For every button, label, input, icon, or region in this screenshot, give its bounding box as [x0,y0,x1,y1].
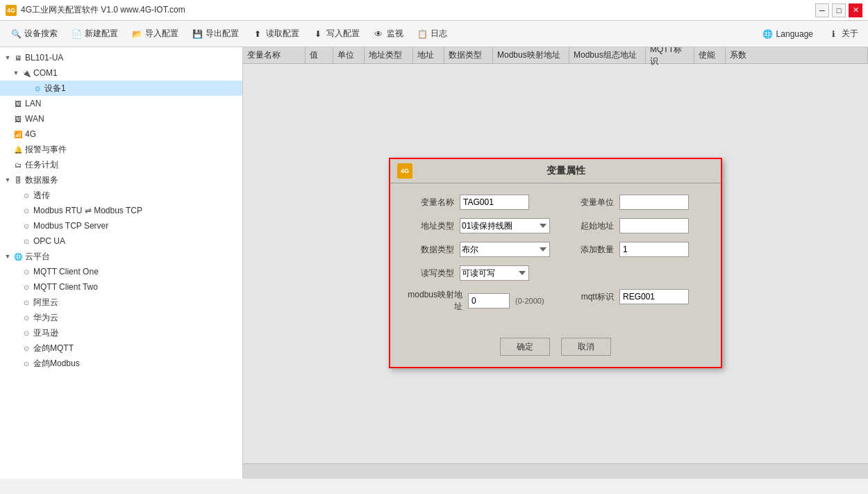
modbus-range-hint: (0-2000) [515,297,544,305]
sidebar-item-bl101ua[interactable]: ▼ 🖥 BL101-UA [0,50,242,65]
sidebar-item-4g[interactable]: 📶 4G [0,126,242,142]
add-count-label: 添加数量 [564,244,614,256]
sidebar: ▼ 🖥 BL101-UA ▼ 🔌 COM1 ⊙ 设备1 🖼 LAN 🖼 WAN [0,47,243,479]
expand-spacer-hw [11,313,21,322]
write-config-button[interactable]: ⬇ 写入配置 [306,24,365,44]
sidebar-item-huawei[interactable]: ⊙ 华为云 [0,310,242,325]
sidebar-item-datasvc[interactable]: ▼ 🗄 数据服务 [0,172,242,188]
var-unit-row: 变量单位 [564,195,707,210]
close-button[interactable]: ✕ [849,3,862,17]
4g-icon: 📶 [12,129,24,140]
log-button[interactable]: 📋 日志 [410,24,453,44]
about-button[interactable]: ℹ 关于 [821,24,864,44]
expand-spacer-alarm [3,145,12,154]
expand-spacer-mt [11,221,21,231]
alarm-icon: 🔔 [12,144,24,155]
modbus-addr-input[interactable] [468,293,510,308]
data-type-select[interactable]: 布尔 16位无符号整数 16位有符号整数 32位无符号整数 32位有符号整数 浮… [460,242,550,257]
com-icon: 🔌 [21,67,32,79]
sidebar-item-alarm[interactable]: 🔔 报警与事件 [0,142,242,157]
new-config-button[interactable]: 📄 新建配置 [65,24,124,44]
mqtt-label-input[interactable] [619,289,689,304]
new-config-icon: 📄 [70,28,83,40]
expand-spacer-tp [11,190,21,200]
cloud-icon: 🌐 [12,251,24,262]
expand-spacer-opc [11,236,21,246]
cancel-button[interactable]: 取消 [561,338,611,356]
monitor-button[interactable]: 👁 监视 [367,24,409,44]
restore-button[interactable]: □ [832,3,846,17]
sidebar-item-aliyun[interactable]: ⊙ 阿里云 [0,295,242,310]
expand-spacer-ali [11,297,21,307]
export-config-button[interactable]: 💾 导出配置 [185,24,244,44]
minimize-button[interactable]: ─ [815,3,829,17]
title-bar-left: 4G 4G工业网关配置软件 V1.0 www.4G-IOT.com [6,4,185,16]
sidebar-item-mqtt-two[interactable]: ⊙ MQTT Client Two [0,279,242,295]
monitor-icon: 👁 [372,28,385,40]
modbus-addr-row: modbus映射地址 (0-2000) [404,289,550,313]
confirm-button[interactable]: 确定 [500,338,550,356]
start-addr-input[interactable] [619,218,689,233]
sidebar-item-lan[interactable]: 🖼 LAN [0,96,242,111]
huawei-icon: ⊙ [21,312,32,323]
sidebar-item-com1[interactable]: ▼ 🔌 COM1 [0,65,242,81]
mqtt-label-label: mqtt标识 [564,291,614,303]
amazon-icon: ⊙ [21,327,32,338]
rw-type-select[interactable]: 可读可写 只读 只写 [460,265,529,281]
sidebar-item-jinge-modbus[interactable]: ⊙ 金鸽Modbus [0,356,242,371]
language-icon: 🌐 [762,28,774,40]
sidebar-item-transparent[interactable]: ⊙ 透传 [0,188,242,203]
task-icon: 🗂 [12,159,24,170]
var-name-input[interactable] [460,195,529,210]
aliyun-icon: ⊙ [21,297,32,308]
addr-type-select[interactable]: 01读保持线圈 02读离散输入 03读保持寄存器 04读输入寄存器 [460,218,550,233]
var-unit-input[interactable] [619,195,689,210]
start-addr-label: 起始地址 [564,220,614,232]
jinge-modbus-icon: ⊙ [21,358,32,369]
modbus-rtu-icon: ⊙ [21,205,32,216]
opc-ua-icon: ⊙ [21,236,32,247]
language-button[interactable]: 🌐 Language [756,24,819,44]
lan-icon: 🖼 [12,98,24,109]
var-name-label: 变量名称 [404,197,454,208]
modbus-addr-label: modbus映射地址 [404,289,462,313]
add-count-input[interactable] [619,242,689,257]
sidebar-item-cloud[interactable]: ▼ 🌐 云平台 [0,249,242,264]
title-bar: 4G 4G工业网关配置软件 V1.0 www.4G-IOT.com ─ □ ✕ [0,0,868,21]
sidebar-item-device1[interactable]: ⊙ 设备1 [0,81,242,96]
read-config-button[interactable]: ⬆ 读取配置 [246,24,305,44]
addr-type-row: 地址类型 01读保持线圈 02读离散输入 03读保持寄存器 04读输入寄存器 [404,218,550,233]
content-area: 变量名称 值 单位 地址类型 地址 数据类型 Modbus映射地址 Modbus… [243,47,868,479]
sidebar-item-mqtt-one[interactable]: ⊙ MQTT Client One [0,264,242,279]
expand-spacer-m2 [11,282,21,292]
mqtt-two-icon: ⊙ [21,281,32,293]
app-icon: 4G [6,5,17,16]
window-controls: ─ □ ✕ [815,3,862,17]
var-unit-label: 变量单位 [564,197,614,208]
sidebar-item-wan[interactable]: 🖼 WAN [0,111,242,126]
start-addr-row: 起始地址 [564,218,707,233]
device1-icon: ⊙ [32,83,43,94]
toolbar-right: 🌐 Language ℹ 关于 [756,24,864,44]
modal-body: 变量名称 地址类型 01读保持线圈 02读离散输入 03读保持寄存器 [390,183,721,332]
import-config-button[interactable]: 📂 导入配置 [125,24,184,44]
sidebar-item-jinge-mqtt[interactable]: ⊙ 金鸽MQTT [0,340,242,356]
write-icon: ⬇ [312,28,324,40]
jinge-mqtt-icon: ⊙ [21,343,32,354]
sidebar-item-opc-ua[interactable]: ⊙ OPC UA [0,233,242,249]
expand-spacer-amz [11,328,21,338]
sidebar-item-modbus-rtu[interactable]: ⊙ Modbus RTU ⇌ Modbus TCP [0,203,242,218]
sidebar-item-task[interactable]: 🗂 任务计划 [0,157,242,172]
log-icon: 📋 [416,28,428,40]
mqtt-one-icon: ⊙ [21,266,32,277]
expand-spacer-wan [3,114,12,124]
expand-icon-datasvc: ▼ [3,175,12,185]
search-button[interactable]: 🔍 设备搜索 [4,24,63,44]
import-icon: 📂 [131,28,143,40]
modal-footer: 确定 取消 [390,332,721,367]
expand-spacer-task [3,160,12,170]
sidebar-item-modbus-tcp[interactable]: ⊙ Modbus TCP Server [0,218,242,233]
expand-spacer-mr [11,206,21,215]
sidebar-item-amazon[interactable]: ⊙ 亚马逊 [0,325,242,340]
expand-icon-com1: ▼ [11,68,21,78]
